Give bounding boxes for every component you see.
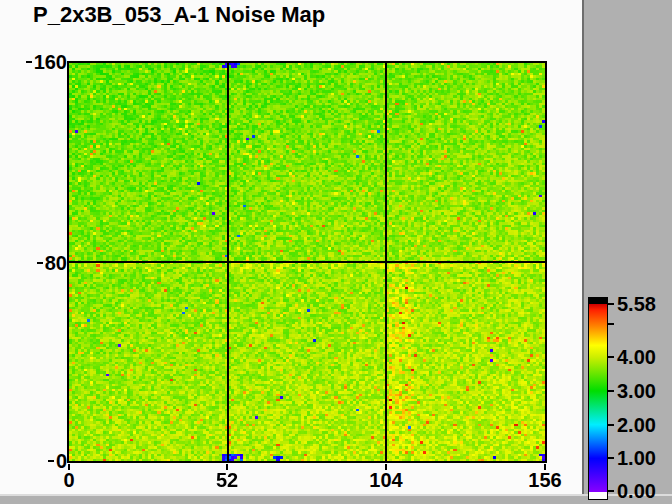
y-tick-label: 0 xyxy=(56,451,67,471)
colorbar-tick-label: 5.58 xyxy=(617,294,656,314)
y-tick-mark xyxy=(48,460,54,462)
colorbar-tick-mark xyxy=(608,424,614,426)
y-tick-0: 0 xyxy=(20,451,67,471)
y-tick-80: 80 xyxy=(20,253,67,273)
colorbar-tick-mark xyxy=(608,390,614,392)
colorbar-tick-2.00: 2.00 xyxy=(608,415,656,435)
colorbar-tick-0.00: 0.00 xyxy=(608,481,656,501)
y-tick-label: 80 xyxy=(45,253,67,273)
y-tick-label: 160 xyxy=(34,52,67,72)
colorbar-tick-label: 1.00 xyxy=(617,448,656,468)
colorbar-tick-label: 2.00 xyxy=(617,415,656,435)
colorbar-tick-mark xyxy=(608,323,614,325)
y-tick-160: 160 xyxy=(20,52,67,72)
colorbar-tick-label: 0.00 xyxy=(617,481,656,501)
colorbar-tick-1.00: 1.00 xyxy=(608,448,656,468)
gridline-y-80 xyxy=(69,261,545,263)
heatmap-frame xyxy=(67,61,547,463)
colorbar-gradient xyxy=(589,304,607,492)
colorbar-tick-label: 4.00 xyxy=(617,347,656,367)
x-tick-label-52: 52 xyxy=(216,469,238,492)
plot-panel: P_2x3B_053_A-1 Noise Map 160 80 0 0 52 1… xyxy=(0,0,582,494)
x-tick-label-0: 0 xyxy=(63,469,74,492)
bottom-strip xyxy=(0,494,672,504)
colorbar-tick-5.00 xyxy=(608,323,617,325)
colorbar-tick-mark xyxy=(608,356,614,358)
x-tick-label-104: 104 xyxy=(369,469,402,492)
y-tick-mark xyxy=(37,262,43,264)
panel-separator xyxy=(582,0,584,494)
chart-title: P_2x3B_053_A-1 Noise Map xyxy=(33,2,325,28)
colorbar-underflow-cap xyxy=(589,492,607,499)
y-tick-mark xyxy=(26,61,32,63)
colorbar-tick-5.58: 5.58 xyxy=(608,294,656,314)
colorbar-tick-label: 3.00 xyxy=(617,381,656,401)
app-window: P_2x3B_053_A-1 Noise Map 160 80 0 0 52 1… xyxy=(0,0,672,504)
x-tick-label-156: 156 xyxy=(528,469,561,492)
colorbar-tick-4.00: 4.00 xyxy=(608,347,656,367)
colorbar-tick-3.00: 3.00 xyxy=(608,381,656,401)
colorbar-tick-mark xyxy=(608,457,614,459)
colorbar-tick-mark xyxy=(608,303,614,305)
colorbar-tick-mark xyxy=(608,490,614,492)
colorbar xyxy=(588,297,608,500)
